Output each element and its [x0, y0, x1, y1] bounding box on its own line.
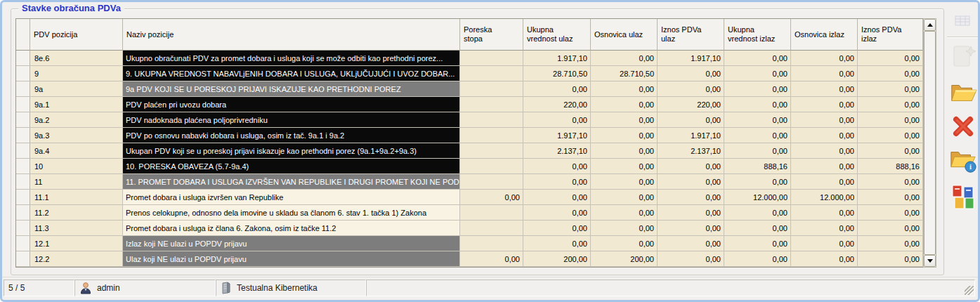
cell-osn_izlaz[interactable]: 0,00 [791, 97, 858, 112]
cell-stopa[interactable]: 0,00 [460, 251, 523, 267]
cell-uv_ulaz[interactable]: 0,00 [523, 205, 591, 221]
column-header-osn_izlaz[interactable]: Osnovica izlaz [791, 19, 858, 51]
cell-osn_izlaz[interactable]: 0,00 [791, 66, 858, 81]
cell-pdv_ulaz[interactable]: 1.917,10 [658, 51, 724, 66]
cell-pdv-pozicija[interactable]: 11.2 [30, 205, 123, 221]
cell-stopa[interactable] [460, 112, 523, 128]
cell-pdv-pozicija[interactable]: 11 [30, 174, 123, 190]
cell-uv_izlaz[interactable]: 0,00 [724, 128, 791, 143]
cell-naziv-pozicije[interactable]: Ukupan PDV koji se u poreskoj prijavi is… [123, 143, 460, 159]
grid-row[interactable]: 8e.6Ukupno obračunati PDV za promet doba… [16, 51, 923, 66]
cell-pdv-pozicija[interactable]: 9a.3 [30, 128, 123, 143]
cell-osn_ulaz[interactable]: 0,00 [591, 112, 658, 128]
cell-pdv-pozicija[interactable]: 9 [30, 66, 123, 81]
cell-uv_izlaz[interactable]: 0,00 [724, 251, 791, 267]
cell-pdv_ulaz[interactable]: 2.137,10 [658, 143, 724, 159]
cell-pdv_izlaz[interactable]: 0,00 [858, 236, 923, 251]
cell-uv_ulaz[interactable]: 2.137,10 [523, 143, 591, 159]
row-selector[interactable] [16, 81, 30, 97]
cell-osn_ulaz[interactable]: 0,00 [591, 205, 658, 221]
cell-naziv-pozicije[interactable]: PDV po osnovu nabavki dobara i usluga, o… [123, 128, 460, 143]
cell-osn_ulaz[interactable]: 0,00 [591, 81, 658, 97]
cell-osn_ulaz[interactable]: 0,00 [591, 51, 658, 66]
cell-pdv_ulaz[interactable]: 0,00 [658, 112, 724, 128]
cell-uv_ulaz[interactable]: 1.917,10 [523, 128, 591, 143]
cell-osn_izlaz[interactable]: 0,00 [791, 81, 858, 97]
column-header-pozicija[interactable]: PDV pozicija [30, 19, 123, 51]
cell-pdv_izlaz[interactable]: 0,00 [858, 97, 923, 112]
column-header-pdv_izlaz[interactable]: Iznos PDVa izlaz [858, 19, 923, 51]
column-header-osn_ulaz[interactable]: Osnovica ulaz [591, 19, 658, 51]
cell-pdv-pozicija[interactable]: 10 [30, 159, 123, 174]
cell-osn_izlaz[interactable]: 0,00 [791, 221, 858, 236]
cell-naziv-pozicije[interactable]: Ulaz koji NE ulazi u POPDV prijavu [123, 251, 460, 267]
cell-pdv_ulaz[interactable]: 1.917,10 [658, 128, 724, 143]
cell-pdv-pozicija[interactable]: 12.2 [30, 251, 123, 267]
cell-pdv_izlaz[interactable]: 0,00 [858, 128, 923, 143]
grid-row[interactable]: 9a.2PDV nadoknada plaćena poljoprivredni… [16, 112, 923, 128]
row-selector[interactable] [16, 159, 30, 174]
cell-naziv-pozicije[interactable]: Promet dobara i usluga iz člana 6. Zakon… [123, 221, 460, 236]
cell-pdv-pozicija[interactable]: 9a [30, 81, 123, 97]
grid-row[interactable]: 9a.4Ukupan PDV koji se u poreskoj prijav… [16, 143, 923, 159]
cell-uv_ulaz[interactable]: 0,00 [523, 236, 591, 251]
cell-naziv-pozicije[interactable]: PDV plaćen pri uvozu dobara [123, 97, 460, 112]
cell-uv_ulaz[interactable]: 0,00 [523, 112, 591, 128]
cell-osn_ulaz[interactable]: 0,00 [591, 159, 658, 174]
cell-stopa[interactable] [460, 205, 523, 221]
cell-pdv_izlaz[interactable]: 0,00 [858, 66, 923, 81]
cell-uv_ulaz[interactable]: 200,00 [523, 251, 591, 267]
grid-row[interactable]: 11.2Prenos celokupne, odnosno dela imovi… [16, 205, 923, 221]
cell-uv_izlaz[interactable]: 0,00 [724, 205, 791, 221]
cell-osn_izlaz[interactable]: 12.000,00 [791, 190, 858, 205]
cell-pdv_izlaz[interactable]: 0,00 [858, 221, 923, 236]
cell-pdv_ulaz[interactable]: 0,00 [658, 205, 724, 221]
cell-naziv-pozicije[interactable]: 10. PORESKA OBAVEZA (5.7-9a.4) [123, 159, 460, 174]
cell-osn_izlaz[interactable]: 0,00 [791, 159, 858, 174]
cell-naziv-pozicije[interactable]: Prenos celokupne, odnosno dela imovine u… [123, 205, 460, 221]
cell-osn_ulaz[interactable]: 0,00 [591, 143, 658, 159]
cell-osn_izlaz[interactable]: 0,00 [791, 143, 858, 159]
cell-osn_izlaz[interactable]: 0,00 [791, 51, 858, 66]
cell-naziv-pozicije[interactable]: Izlaz koji NE ulazi u POPDV prijavu [123, 236, 460, 251]
cell-naziv-pozicije[interactable]: Promet dobara i usluga izvršen van Repub… [123, 190, 460, 205]
cell-stopa[interactable] [460, 159, 523, 174]
cell-osn_ulaz[interactable]: 200,00 [591, 251, 658, 267]
scroll-up-button[interactable] [924, 19, 936, 31]
row-selector[interactable] [16, 174, 30, 190]
row-selector[interactable] [16, 221, 30, 236]
cell-stopa[interactable]: 0,00 [460, 190, 523, 205]
cell-uv_ulaz[interactable]: 0,00 [523, 190, 591, 205]
cell-osn_izlaz[interactable]: 0,00 [791, 112, 858, 128]
grid-row[interactable]: 11.1Promet dobara i usluga izvršen van R… [16, 190, 923, 205]
cell-pdv_izlaz[interactable]: 0,00 [858, 51, 923, 66]
cell-uv_ulaz[interactable]: 0,00 [523, 81, 591, 97]
cell-osn_ulaz[interactable]: 0,00 [591, 221, 658, 236]
cell-uv_izlaz[interactable]: 0,00 [724, 174, 791, 190]
column-header-uv_ulaz[interactable]: Ukupna vrednost ulaz [523, 19, 591, 51]
cell-uv_izlaz[interactable]: 0,00 [724, 66, 791, 81]
row-selector[interactable] [16, 251, 30, 267]
grid-row[interactable]: 1111. PROMET DOBARA I USLUGA IZVRŠEN VAN… [16, 174, 923, 190]
column-header-pdv_ulaz[interactable]: Iznos PDVa ulaz [658, 19, 724, 51]
cell-uv_ulaz[interactable]: 0,00 [523, 174, 591, 190]
cell-uv_izlaz[interactable]: 0,00 [724, 236, 791, 251]
cell-pdv_izlaz[interactable]: 888,16 [858, 159, 923, 174]
row-selector[interactable] [16, 51, 30, 66]
cell-stopa[interactable] [460, 97, 523, 112]
row-selector[interactable] [16, 236, 30, 251]
grid-row[interactable]: 12.2Ulaz koji NE ulazi u POPDV prijavu0,… [16, 251, 923, 267]
cell-osn_ulaz[interactable]: 28.710,50 [591, 66, 658, 81]
cell-naziv-pozicije[interactable]: 9. UKUPNA VREDNOST NABAVLjENIH DOBARA I … [123, 66, 460, 81]
cell-osn_ulaz[interactable]: 0,00 [591, 190, 658, 205]
cell-stopa[interactable] [460, 221, 523, 236]
cell-pdv_ulaz[interactable]: 220,00 [658, 97, 724, 112]
resize-grip[interactable] [965, 286, 974, 295]
grid-row[interactable]: 9a9a PDV KOJI SE U PORESKOJ PRIJAVI ISKA… [16, 81, 923, 97]
cell-naziv-pozicije[interactable]: 9a PDV KOJI SE U PORESKOJ PRIJAVI ISKAZU… [123, 81, 460, 97]
cell-pdv-pozicija[interactable]: 8e.6 [30, 51, 123, 66]
cell-osn_ulaz[interactable]: 0,00 [591, 174, 658, 190]
cell-stopa[interactable] [460, 236, 523, 251]
cell-pdv_ulaz[interactable]: 0,00 [658, 81, 724, 97]
cell-uv_izlaz[interactable]: 0,00 [724, 143, 791, 159]
